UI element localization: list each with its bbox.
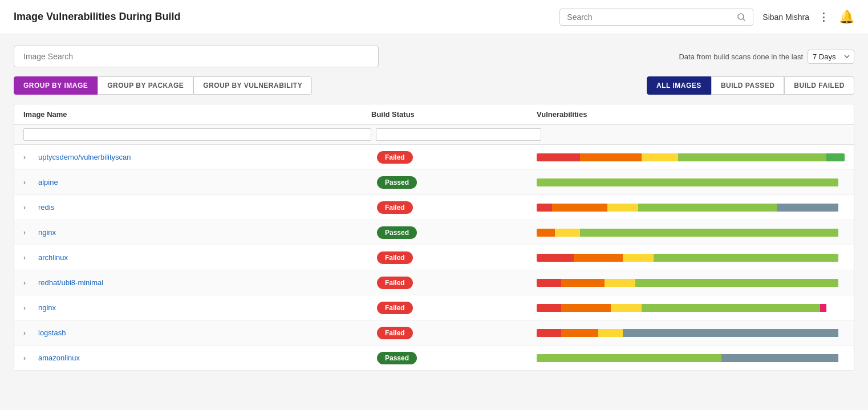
svg-line-1 — [743, 18, 745, 21]
row-name-cell: ›nginx — [23, 303, 371, 312]
vuln-segment — [537, 204, 552, 212]
vuln-segment — [635, 279, 838, 287]
image-name-link[interactable]: alpine — [38, 178, 58, 186]
expand-chevron-icon[interactable]: › — [23, 229, 33, 237]
status-badge: Failed — [377, 302, 413, 314]
page-title: Image Vulnerabilities During Build — [14, 11, 180, 23]
image-search-row: Data from build scans done in the last 1… — [14, 46, 854, 67]
expand-chevron-icon[interactable]: › — [23, 204, 33, 212]
status-cell: Failed — [371, 327, 537, 339]
table-row: ›uptycsdemo/vulnerbilityscanFailed — [14, 145, 854, 170]
build-status-filter[interactable] — [376, 128, 541, 141]
vuln-segment — [826, 153, 845, 161]
days-filter: Data from build scans done in the last 1… — [679, 50, 854, 64]
vuln-segment — [642, 153, 679, 161]
col-vulnerabilities: Vulnerabilities — [537, 110, 845, 119]
global-search-input[interactable] — [567, 13, 732, 22]
group-btn-group-by-vulnerability[interactable]: GROUP BY VULNERABILITY — [193, 76, 312, 95]
status-badge: Failed — [377, 327, 413, 339]
days-select[interactable]: 1 Day3 Days7 Days14 Days30 Days — [808, 50, 854, 64]
status-badge: Passed — [377, 226, 417, 239]
status-badge: Failed — [377, 201, 413, 214]
vuln-segment — [721, 354, 838, 362]
image-search-input[interactable] — [14, 46, 379, 67]
expand-chevron-icon[interactable]: › — [23, 153, 33, 161]
vuln-bar-cell — [537, 204, 845, 212]
vuln-bar — [537, 204, 845, 212]
vuln-segment — [642, 304, 820, 312]
filter-btn-build-passed[interactable]: BUILD PASSED — [711, 76, 784, 95]
vuln-segment — [537, 354, 721, 362]
expand-chevron-icon[interactable]: › — [23, 279, 33, 287]
vuln-segment — [561, 279, 605, 287]
filter-btn-build-failed[interactable]: BUILD FAILED — [784, 76, 854, 95]
vuln-bar-cell — [537, 229, 845, 237]
table-header: Image Name Build Status Vulnerabilities — [14, 104, 854, 125]
vuln-segment — [623, 254, 654, 262]
row-name-cell: ›uptycsdemo/vulnerbilityscan — [23, 153, 371, 161]
vuln-bar — [537, 279, 845, 287]
vuln-bar-cell — [537, 329, 845, 337]
vuln-segment — [555, 229, 579, 237]
table-row: ›nginxFailed — [14, 295, 854, 320]
vuln-segment — [678, 153, 826, 161]
row-name-cell: ›redhat/ubi8-minimal — [23, 278, 371, 287]
image-name-link[interactable]: redis — [38, 203, 54, 212]
expand-chevron-icon[interactable]: › — [23, 354, 33, 362]
vuln-segment — [537, 329, 561, 337]
header-right: Siban Mishra ⋮ 🔔 — [559, 9, 854, 26]
expand-chevron-icon[interactable]: › — [23, 329, 33, 337]
vuln-bar — [537, 329, 845, 337]
expand-chevron-icon[interactable]: › — [23, 178, 33, 186]
row-name-cell: ›logstash — [23, 328, 371, 337]
notification-bell-icon[interactable]: 🔔 — [839, 10, 854, 25]
status-badge: Failed — [377, 251, 413, 264]
image-name-link[interactable]: amazonlinux — [38, 354, 80, 362]
vulnerability-table: Image Name Build Status Vulnerabilities … — [14, 104, 854, 371]
status-cell: Failed — [371, 277, 537, 289]
global-search-box[interactable] — [559, 9, 753, 26]
days-filter-label: Data from build scans done in the last — [679, 52, 803, 61]
group-btn-group-by-image[interactable]: GROUP BY IMAGE — [14, 76, 98, 95]
more-options-icon[interactable]: ⋮ — [818, 11, 830, 23]
vuln-segment — [623, 329, 838, 337]
vuln-bar — [537, 354, 845, 362]
table-row: ›nginxPassed — [14, 220, 854, 245]
vuln-bar-cell — [537, 279, 845, 287]
table-row: ›alpinePassed — [14, 170, 854, 195]
vuln-segment — [605, 279, 635, 287]
table-row: ›logstashFailed — [14, 320, 854, 346]
vuln-segment — [574, 254, 623, 262]
vuln-segment — [561, 329, 598, 337]
status-badge: Failed — [377, 151, 413, 164]
status-cell: Failed — [371, 302, 537, 314]
vuln-segment — [580, 153, 642, 161]
vuln-segment — [552, 204, 607, 212]
status-badge: Failed — [377, 277, 413, 289]
vuln-segment — [638, 204, 777, 212]
filter-btn-all-images[interactable]: ALL IMAGES — [647, 76, 711, 95]
vuln-segment — [580, 229, 839, 237]
vuln-segment — [537, 254, 574, 262]
vuln-segment — [777, 204, 838, 212]
vuln-bar-cell — [537, 178, 845, 186]
vuln-bar-cell — [537, 254, 845, 262]
image-name-link[interactable]: uptycsdemo/vulnerbilityscan — [38, 153, 131, 161]
group-btn-group-by-package[interactable]: GROUP BY PACKAGE — [98, 76, 193, 95]
user-name: Siban Mishra — [762, 13, 809, 22]
image-name-link[interactable]: nginx — [38, 228, 56, 237]
col-image-name: Image Name — [23, 110, 371, 119]
expand-chevron-icon[interactable]: › — [23, 254, 33, 262]
vuln-segment — [537, 279, 561, 287]
image-name-link[interactable]: nginx — [38, 303, 56, 312]
image-name-link[interactable]: archlinux — [38, 253, 68, 262]
expand-chevron-icon[interactable]: › — [23, 304, 33, 312]
status-cell: Failed — [371, 201, 537, 214]
row-name-cell: ›redis — [23, 203, 371, 212]
image-name-link[interactable]: logstash — [38, 328, 66, 337]
search-icon — [737, 13, 746, 22]
filter-buttons: ALL IMAGESBUILD PASSEDBUILD FAILED — [647, 76, 854, 95]
image-name-link[interactable]: redhat/ubi8-minimal — [38, 278, 103, 287]
image-name-filter[interactable] — [23, 128, 371, 141]
header: Image Vulnerabilities During Build Siban… — [0, 0, 868, 34]
